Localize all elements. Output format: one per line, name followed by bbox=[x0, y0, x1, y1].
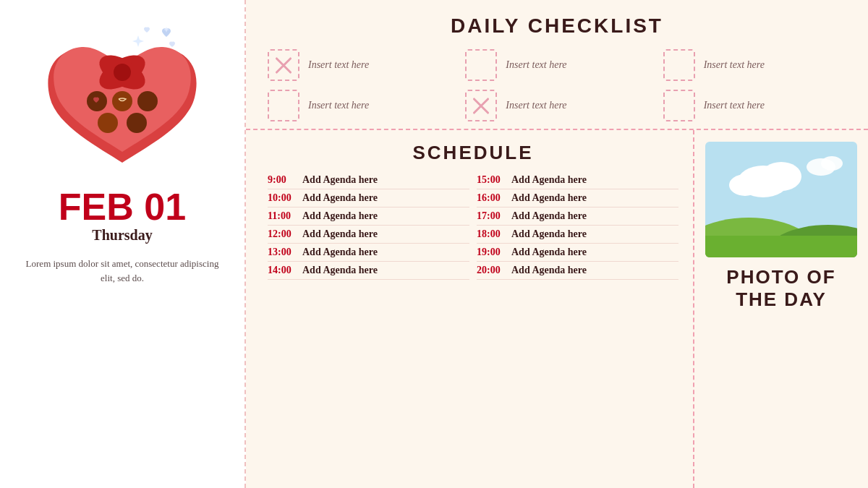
svg-point-16 bbox=[821, 156, 843, 171]
checklist-item[interactable]: Insert text here bbox=[268, 49, 451, 81]
heart-box-svg bbox=[35, 22, 209, 181]
schedule-time: 15:00 bbox=[477, 174, 506, 186]
schedule-agenda[interactable]: Add Agenda here bbox=[511, 192, 587, 204]
schedule-agenda[interactable]: Add Agenda here bbox=[511, 265, 587, 276]
schedule-row: 11:00Add Agenda here bbox=[268, 207, 469, 226]
schedule-row: 17:00Add Agenda here bbox=[477, 207, 678, 226]
date-text: FEB 01 bbox=[59, 188, 186, 226]
schedule-row: 14:00Add Agenda here bbox=[268, 262, 469, 280]
schedule-row: 20:00Add Agenda here bbox=[477, 262, 678, 280]
svg-rect-11 bbox=[705, 236, 857, 257]
schedule-agenda[interactable]: Add Agenda here bbox=[511, 247, 587, 258]
svg-point-7 bbox=[127, 113, 147, 133]
checklist-label: Insert text here bbox=[704, 59, 765, 71]
schedule-row: 15:00Add Agenda here bbox=[477, 171, 678, 189]
photo-section: PHOTO OF THE DAY bbox=[694, 130, 868, 488]
date-display: FEB 01 Thursday bbox=[59, 188, 186, 244]
checklist-item[interactable]: Insert text here bbox=[663, 90, 846, 121]
checklist-label: Insert text here bbox=[506, 59, 566, 71]
schedule-time: 18:00 bbox=[477, 228, 506, 240]
schedule-row: 10:00Add Agenda here bbox=[268, 189, 469, 207]
schedule-agenda[interactable]: Add Agenda here bbox=[511, 210, 587, 222]
checkbox[interactable] bbox=[465, 90, 497, 121]
schedule-time: 9:00 bbox=[268, 174, 297, 186]
checklist-grid: Insert text hereInsert text hereInsert t… bbox=[268, 49, 846, 121]
right-panel: DAILY CHECKLIST Insert text hereInsert t… bbox=[246, 0, 868, 488]
photo-of-the-day-title: PHOTO OF THE DAY bbox=[706, 266, 856, 311]
svg-point-5 bbox=[137, 91, 158, 111]
schedule-agenda[interactable]: Add Agenda here bbox=[511, 228, 587, 240]
schedule-agenda[interactable]: Add Agenda here bbox=[302, 192, 378, 204]
checklist-item[interactable]: Insert text here bbox=[268, 90, 451, 121]
schedule-title: SCHEDULE bbox=[268, 142, 678, 164]
schedule-time: 16:00 bbox=[477, 192, 506, 204]
checkbox[interactable] bbox=[465, 49, 497, 81]
schedule-row: 13:00Add Agenda here bbox=[268, 244, 469, 262]
schedule-row: 19:00Add Agenda here bbox=[477, 244, 678, 262]
schedule-row: 18:00Add Agenda here bbox=[477, 226, 678, 244]
schedule-row: 12:00Add Agenda here bbox=[268, 226, 469, 244]
schedule-agenda[interactable]: Add Agenda here bbox=[302, 174, 378, 186]
schedule-agenda[interactable]: Add Agenda here bbox=[302, 228, 378, 240]
checklist-section: DAILY CHECKLIST Insert text hereInsert t… bbox=[246, 0, 868, 130]
schedule-agenda[interactable]: Add Agenda here bbox=[302, 210, 378, 222]
schedule-agenda[interactable]: Add Agenda here bbox=[302, 265, 378, 276]
checklist-label: Insert text here bbox=[704, 100, 765, 111]
schedule-agenda[interactable]: Add Agenda here bbox=[511, 174, 587, 186]
schedule-agenda[interactable]: Add Agenda here bbox=[302, 247, 378, 258]
schedule-section: SCHEDULE 9:00Add Agenda here10:00Add Age… bbox=[246, 130, 694, 488]
schedule-right-col: 15:00Add Agenda here16:00Add Agenda here… bbox=[477, 171, 678, 280]
svg-point-13 bbox=[761, 162, 801, 191]
photo-frame bbox=[705, 142, 857, 257]
checkbox[interactable] bbox=[268, 49, 299, 81]
day-name: Thursday bbox=[59, 227, 186, 244]
schedule-time: 10:00 bbox=[268, 192, 297, 204]
checklist-item[interactable]: Insert text here bbox=[465, 90, 648, 121]
svg-point-2 bbox=[114, 64, 131, 81]
schedule-time: 17:00 bbox=[477, 210, 506, 222]
checkbox[interactable] bbox=[663, 49, 695, 81]
schedule-time: 14:00 bbox=[268, 265, 297, 276]
schedule-time: 11:00 bbox=[268, 210, 297, 222]
svg-point-14 bbox=[729, 174, 761, 196]
lorem-text: Lorem ipsum dolor sit amet, consectetur … bbox=[14, 257, 230, 285]
schedule-time: 19:00 bbox=[477, 247, 506, 258]
left-panel: FEB 01 Thursday Lorem ipsum dolor sit am… bbox=[0, 0, 246, 488]
checklist-title: DAILY CHECKLIST bbox=[268, 14, 846, 38]
checklist-item[interactable]: Insert text here bbox=[465, 49, 648, 81]
checkbox[interactable] bbox=[663, 90, 695, 121]
checklist-label: Insert text here bbox=[308, 59, 369, 71]
schedule-row: 16:00Add Agenda here bbox=[477, 189, 678, 207]
schedule-grid: 9:00Add Agenda here10:00Add Agenda here1… bbox=[268, 171, 678, 280]
checklist-label: Insert text here bbox=[506, 100, 566, 111]
schedule-time: 12:00 bbox=[268, 228, 297, 240]
checkbox[interactable] bbox=[268, 90, 299, 121]
checklist-label: Insert text here bbox=[308, 100, 369, 111]
schedule-row: 9:00Add Agenda here bbox=[268, 171, 469, 189]
bottom-area: SCHEDULE 9:00Add Agenda here10:00Add Age… bbox=[246, 130, 868, 488]
svg-point-6 bbox=[98, 113, 118, 133]
chocolate-box-illustration bbox=[35, 22, 209, 181]
schedule-time: 20:00 bbox=[477, 265, 506, 276]
landscape-illustration bbox=[705, 142, 857, 257]
schedule-time: 13:00 bbox=[268, 247, 297, 258]
checklist-item[interactable]: Insert text here bbox=[663, 49, 846, 81]
schedule-left-col: 9:00Add Agenda here10:00Add Agenda here1… bbox=[268, 171, 469, 280]
